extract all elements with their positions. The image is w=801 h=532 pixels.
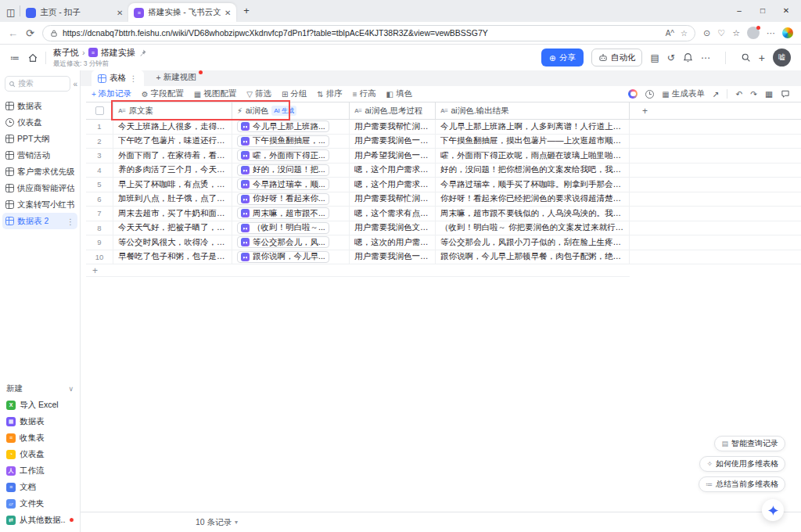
- comment-icon[interactable]: [781, 89, 790, 99]
- generate-form-button[interactable]: ▦ 生成表单: [662, 88, 704, 99]
- user-avatar[interactable]: 嘘: [773, 49, 791, 66]
- more-menu-icon[interactable]: ⋯: [767, 28, 775, 38]
- ai-result-tag[interactable]: 好的，没问题！把...: [237, 164, 329, 176]
- new-tab-button[interactable]: +: [243, 5, 250, 16]
- ai-result-tag[interactable]: 嚯，外面雨下得正...: [237, 149, 329, 161]
- cell-source[interactable]: 外面下雨了，在家待着，看了会儿手机里的视频: [113, 149, 232, 163]
- automation-button[interactable]: 自动化: [591, 49, 643, 66]
- search-icon[interactable]: [741, 52, 751, 63]
- history-icon[interactable]: ↺: [667, 52, 675, 63]
- cell-polish[interactable]: 好的，没问题！把...: [232, 164, 350, 178]
- assistant-button-1[interactable]: ✧如何使用多维表格: [699, 456, 785, 472]
- cell-polish[interactable]: 下午摸鱼翻抽屉，...: [232, 135, 350, 149]
- undo-icon[interactable]: ↶: [735, 89, 742, 99]
- cell-output[interactable]: 跟你说啊，今儿早上那顿早餐，肉包子配粥，绝了！包子刚咬开个小口，就瞅见里: [436, 250, 630, 264]
- sidebar-item-3[interactable]: 营销活动: [2, 147, 77, 164]
- sidebar-item-6[interactable]: 文案转写小红书笔记: [2, 196, 77, 213]
- form-icon[interactable]: ▤: [650, 52, 659, 63]
- cell-polish[interactable]: 嚯，外面雨下得正...: [232, 149, 350, 163]
- select-all-cell[interactable]: [86, 102, 113, 119]
- ai-result-tag[interactable]: 等公交那会儿，风...: [237, 236, 329, 248]
- tab-panel-icon[interactable]: ◫: [6, 7, 15, 18]
- ai-result-tag[interactable]: （收到！明白啦～...: [237, 222, 329, 234]
- pin-icon[interactable]: [138, 49, 147, 57]
- cell-source[interactable]: 下午吃了包薯片，味道还行，吃完喝了点水: [113, 135, 232, 149]
- browser-essentials-icon[interactable]: ♡: [717, 28, 725, 38]
- cell-thinking[interactable]: 用户需要我润色一段关于早: [350, 250, 436, 264]
- toolbar-button-fill[interactable]: ◧填色: [386, 88, 412, 99]
- breadcrumb-user[interactable]: 蔡子悦: [53, 47, 79, 59]
- sidebar-item-5[interactable]: 供应商智能评估: [2, 180, 77, 196]
- ai-result-tag[interactable]: 今儿早上那上班路...: [237, 120, 329, 132]
- maximize-button[interactable]: □: [751, 6, 774, 15]
- new-item-2[interactable]: ≡收集表: [0, 430, 80, 446]
- cell-thinking[interactable]: 用户需要我帮忙润色一段文案: [350, 120, 436, 134]
- url-field[interactable]: https://dcnabq7bttrh.feishu.cn/wiki/VD68…: [42, 25, 695, 41]
- back-icon[interactable]: ←: [8, 27, 18, 39]
- record-count[interactable]: 10 条记录: [196, 517, 232, 528]
- read-aloud-icon[interactable]: A^: [666, 29, 674, 38]
- cell-polish[interactable]: 周末嘛，超市跟不...: [232, 207, 350, 221]
- ai-result-tag[interactable]: 跟你说啊，今儿早...: [237, 251, 329, 263]
- toolbar-button-funnel[interactable]: ▽筛选: [246, 88, 271, 99]
- add-record-row[interactable]: +: [86, 264, 630, 277]
- assistant-button-0[interactable]: ▤智能查询记录: [714, 436, 785, 451]
- cell-thinking[interactable]: 嗯，这个用户需求有点意思: [350, 164, 436, 178]
- cell-output[interactable]: 今早路过瑞幸，顺手买了杯咖啡。刚拿到手那会儿，嚯，烫得我直甩手，杯壁都在: [436, 178, 630, 192]
- cell-thinking[interactable]: 嗯，这个用户需求有点意思: [350, 178, 436, 192]
- ai-result-tag[interactable]: 你好呀！看起来你...: [237, 193, 329, 205]
- toolbar-button-gear[interactable]: ⚙字段配置: [142, 88, 184, 99]
- sidebar-item-1[interactable]: 仪表盘: [2, 114, 77, 131]
- column-header-thinking[interactable]: A≡ ai润色.思考过程: [350, 102, 436, 119]
- share-button[interactable]: ⊕ 分享: [541, 49, 584, 66]
- cell-output[interactable]: （收到！明白啦～ 你把要润色的文案发过来就行，保证给它添上烟火气，让文字活: [436, 221, 630, 235]
- favorite-star-icon[interactable]: ☆: [681, 29, 688, 38]
- favorites-bar-icon[interactable]: ☆: [732, 28, 740, 38]
- new-section-header[interactable]: 新建 ∨: [0, 383, 80, 394]
- new-item-4[interactable]: 人工作流: [0, 462, 80, 479]
- sidebar-item-0[interactable]: 数据表: [2, 98, 77, 114]
- create-new-icon[interactable]: +: [759, 52, 765, 64]
- ai-gradient-icon[interactable]: [628, 89, 638, 99]
- minimize-button[interactable]: –: [727, 6, 751, 15]
- ai-result-tag[interactable]: 周末嘛，超市跟不...: [237, 207, 329, 219]
- add-column-button[interactable]: +: [630, 102, 801, 119]
- cell-output[interactable]: 今儿早上那上班路上啊，人多到离谱！人行道上挤得跟下饺子似的，前面穿高跟鞋的: [436, 120, 630, 134]
- cell-polish[interactable]: 等公交那会儿，风...: [232, 235, 350, 250]
- new-item-3[interactable]: ◔仪表盘: [0, 446, 80, 462]
- cell-source[interactable]: 早上买了杯咖啡，有点烫，喝了半小时才喝完: [113, 178, 232, 192]
- close-tab-icon[interactable]: ✕: [117, 9, 123, 17]
- cell-thinking[interactable]: 嗯，这个需求有点意思的说: [350, 207, 436, 221]
- cell-source[interactable]: 加班到八点，肚子饿，点了外卖，等了很久才到: [113, 192, 232, 207]
- toolbar-button-sort[interactable]: ⇅排序: [317, 88, 342, 99]
- home-icon[interactable]: [27, 52, 38, 63]
- redo-icon[interactable]: ↷: [750, 89, 757, 99]
- bell-icon[interactable]: [683, 52, 693, 63]
- column-header-ai-polish[interactable]: ⚡ ai润色 AI 生成: [232, 102, 350, 119]
- doc-tree-icon[interactable]: ≔: [10, 52, 20, 63]
- browser-tab-feishu[interactable]: ≡ 搭建实操 - 飞书云文档 ✕: [128, 3, 236, 22]
- cell-polish[interactable]: 今早路过瑞幸，顺...: [232, 178, 350, 192]
- cell-source[interactable]: 等公交时风很大，吹得冷，车来了才暖和点儿: [113, 235, 232, 250]
- cell-polish[interactable]: 跟你说啊，今儿早...: [232, 250, 350, 264]
- extensions-icon[interactable]: ⊙: [703, 28, 710, 38]
- cell-thinking[interactable]: 用户需要我润色一段文案内容: [350, 135, 436, 149]
- checkbox[interactable]: [95, 106, 104, 115]
- cell-output[interactable]: 嚯，外面雨下得正欢呢，雨点砸在玻璃上啪里啪啦的，溅起的小水花在窗沿上滚来: [436, 149, 630, 163]
- browser-tab-coze[interactable]: 主页 - 扣子 ✕: [20, 3, 128, 22]
- breadcrumb-doc-title[interactable]: 搭建实操: [101, 47, 135, 59]
- cell-source[interactable]: 早餐吃了包子和粥，包子是肉馅的，粥是小米粥: [113, 250, 232, 264]
- cell-polish[interactable]: （收到！明白啦～...: [232, 221, 350, 235]
- toolbar-button-group[interactable]: ⊞分组: [282, 88, 307, 99]
- toolbar-button-plus[interactable]: +添加记录: [92, 88, 131, 99]
- toolbar-button-rowheight[interactable]: ≡行高: [353, 88, 376, 99]
- more-icon[interactable]: ⋮: [129, 74, 138, 83]
- search-input[interactable]: 搜索: [5, 76, 70, 92]
- cell-source[interactable]: 今天天气好，把被子晒了，晚上盖应该很舒服: [113, 221, 232, 235]
- close-tab-icon[interactable]: ✕: [224, 9, 231, 17]
- cell-source[interactable]: 今天上班路上人很多，走得慢，到公司都九点了: [113, 120, 232, 134]
- more-icon[interactable]: ⋮: [66, 217, 75, 226]
- new-item-7[interactable]: ⇄从其他数据...: [0, 512, 80, 528]
- ai-assistant-button[interactable]: [762, 499, 784, 521]
- new-view-button[interactable]: + 新建视图: [156, 72, 196, 83]
